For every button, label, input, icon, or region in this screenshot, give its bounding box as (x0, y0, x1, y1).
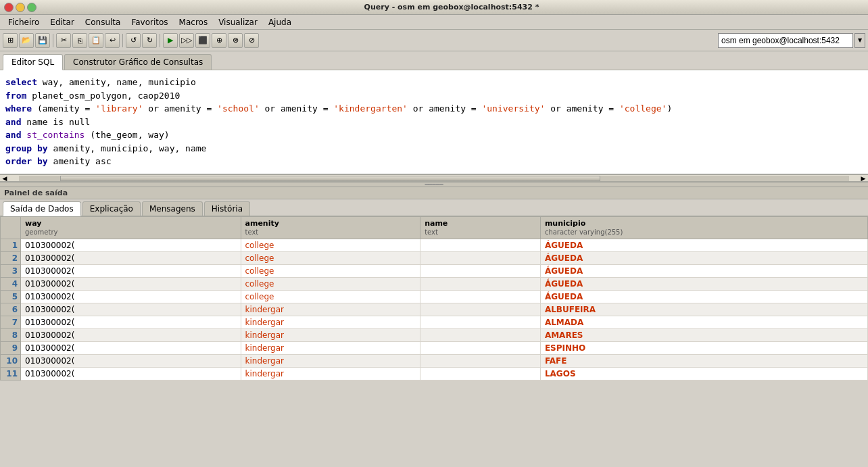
toolbar-btn-7[interactable]: ⊘ (244, 33, 259, 48)
cell-name (420, 329, 541, 342)
table-row: 8 010300002( kindergar AMARES (1, 329, 868, 342)
cell-municipio: ÁGUEDA (540, 278, 867, 291)
toolbar-btn-3[interactable]: 💾 (35, 33, 50, 48)
panel-splitter[interactable]: ━━━━━ (0, 182, 868, 187)
toolbar-btn-run[interactable]: ▶ (163, 33, 178, 48)
col-header-name: name text (420, 217, 541, 239)
output-tab-explain[interactable]: Explicação (82, 201, 141, 216)
menu-ajuda[interactable]: Ajuda (263, 16, 297, 28)
cell-name (420, 342, 541, 355)
data-table-container[interactable]: way geometry amenity text name text muni… (0, 216, 868, 380)
row-number: 1 (1, 239, 21, 252)
row-number: 5 (1, 291, 21, 303)
cell-name (420, 368, 541, 380)
menu-favoritos[interactable]: Favoritos (126, 16, 173, 28)
output-tab-data[interactable]: Saída de Dados (3, 201, 81, 216)
menu-editar[interactable]: Editar (45, 16, 80, 28)
cell-name (420, 239, 541, 252)
toolbar-btn-run-all[interactable]: ▷▷ (179, 33, 194, 48)
sql-line-7: order by amenity asc (5, 155, 863, 168)
cell-municipio: AMARES (540, 329, 867, 342)
menu-ficheiro[interactable]: Ficheiro (3, 16, 45, 28)
cell-way: 010300002( (21, 265, 241, 278)
output-panel: Painel de saída Saída de Dados Explicaçã… (0, 187, 868, 380)
db-selector[interactable]: osm em geobox@localhost:5432 ▼ (718, 33, 865, 48)
menu-macros[interactable]: Macros (174, 16, 214, 28)
col-header-municipio: municipio character varying(255) (540, 217, 867, 239)
maximize-button[interactable] (27, 3, 37, 12)
toolbar-btn-5[interactable]: ↩ (105, 33, 120, 48)
separator-1 (53, 34, 53, 47)
db-dropdown-button[interactable]: ▼ (854, 33, 865, 48)
sql-line-4: and name is null (5, 116, 863, 129)
table-body: 1 010300002( college ÁGUEDA 2 010300002(… (1, 239, 868, 380)
window-title: Query - osm em geobox@localhost:5432 * (39, 3, 864, 11)
cell-way: 010300002( (21, 303, 241, 316)
cell-way: 010300002( (21, 278, 241, 291)
table-row: 2 010300002( college ÁGUEDA (1, 252, 868, 265)
close-button[interactable] (4, 3, 14, 12)
row-number: 9 (1, 342, 21, 355)
cell-amenity: college (241, 252, 420, 265)
results-table: way geometry amenity text name text muni… (0, 216, 868, 380)
cell-municipio: ÁGUEDA (540, 291, 867, 303)
minimize-button[interactable] (16, 3, 25, 12)
toolbar-btn-paste[interactable]: 📋 (89, 33, 103, 48)
cell-name (420, 355, 541, 368)
output-panel-label: Painel de saída (0, 187, 868, 199)
cell-municipio: FAFE (540, 355, 867, 368)
table-row: 7 010300002( kindergar ALMADA (1, 316, 868, 329)
cell-amenity: kindergar (241, 316, 420, 329)
tab-visual-query[interactable]: Construtor Gráfico de Consultas (64, 54, 212, 70)
cell-amenity: college (241, 278, 420, 291)
output-tab-messages[interactable]: Mensagens (142, 201, 203, 216)
table-row: 10 010300002( kindergar FAFE (1, 355, 868, 368)
db-select-input[interactable]: osm em geobox@localhost:5432 (718, 33, 853, 48)
cell-amenity: kindergar (241, 355, 420, 368)
menu-visualizar[interactable]: Visualizar (213, 16, 263, 28)
toolbar-btn-stop[interactable]: ⬛ (195, 33, 210, 48)
cell-municipio: ALBUFEIRA (540, 303, 867, 316)
cell-name (420, 278, 541, 291)
cell-name (420, 265, 541, 278)
row-number: 8 (1, 329, 21, 342)
table-row: 5 010300002( college ÁGUEDA (1, 291, 868, 303)
row-number: 3 (1, 265, 21, 278)
toolbar-btn-explain2[interactable]: ⊗ (228, 33, 243, 48)
toolbar-btn-1[interactable]: ⊞ (3, 33, 18, 48)
row-number: 7 (1, 316, 21, 329)
output-tab-history[interactable]: História (204, 201, 250, 216)
cell-name (420, 252, 541, 265)
sql-editor[interactable]: select way, amenity, name, municipio fro… (0, 70, 868, 175)
scroll-thumb[interactable] (60, 176, 600, 181)
window-controls[interactable] (4, 3, 37, 12)
scroll-left-button[interactable]: ◀ (0, 175, 9, 182)
row-number: 11 (1, 368, 21, 380)
cell-way: 010300002( (21, 355, 241, 368)
toolbar-btn-copy[interactable]: ⎘ (72, 33, 87, 48)
scroll-right-button[interactable]: ▶ (859, 175, 868, 182)
cell-amenity: kindergar (241, 342, 420, 355)
toolbar-btn-cut[interactable]: ✂ (56, 33, 71, 48)
scroll-track[interactable] (19, 176, 849, 181)
tab-editor-sql[interactable]: Editor SQL (3, 54, 63, 70)
separator-2 (122, 34, 123, 47)
menu-bar: Ficheiro Editar Consulta Favoritos Macro… (0, 15, 868, 30)
toolbar-btn-2[interactable]: 📂 (19, 33, 34, 48)
cell-way: 010300002( (21, 291, 241, 303)
title-bar: Query - osm em geobox@localhost:5432 * (0, 0, 868, 15)
table-row: 1 010300002( college ÁGUEDA (1, 239, 868, 252)
table-header-row: way geometry amenity text name text muni… (1, 217, 868, 239)
table-row: 3 010300002( college ÁGUEDA (1, 265, 868, 278)
row-number-header (1, 217, 21, 239)
toolbar-btn-undo[interactable]: ↺ (126, 33, 141, 48)
toolbar-btn-explain[interactable]: ⊕ (212, 33, 226, 48)
toolbar-btn-redo[interactable]: ↻ (142, 33, 157, 48)
cell-amenity: kindergar (241, 329, 420, 342)
sql-line-6: group by amenity, municipio, way, name (5, 142, 863, 155)
cell-way: 010300002( (21, 368, 241, 380)
table-row: 6 010300002( kindergar ALBUFEIRA (1, 303, 868, 316)
cell-municipio: ÁGUEDA (540, 239, 867, 252)
sql-line-5: and st_contains (the_geom, way) (5, 128, 863, 142)
menu-consulta[interactable]: Consulta (80, 16, 126, 28)
